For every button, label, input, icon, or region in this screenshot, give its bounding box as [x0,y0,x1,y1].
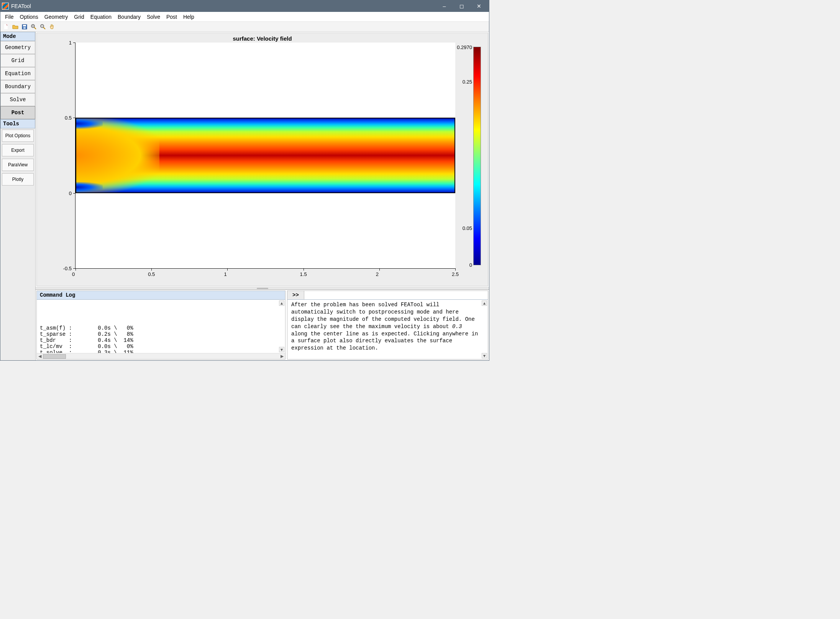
command-log-body[interactable]: ▲ ▼ t_asm(f) : 0.0s \ 0%t_sparse : 0.2s … [37,300,285,353]
mode-equation[interactable]: Equation [0,67,35,80]
menubar: File Options Geometry Grid Equation Boun… [0,12,489,22]
log-line: t_lc/mv : 0.0s \ 0% [40,343,282,350]
x-tick-label: 2 [376,271,379,277]
y-tick-label: -0.5 [63,266,72,271]
tool-paraview[interactable]: ParaView [2,159,34,171]
app-window: FEATool – ◻ ✕ File Options Geometry Grid… [0,0,489,361]
x-tick-label: 0.5 [148,271,155,277]
menu-solve[interactable]: Solve [144,13,163,21]
scroll-down-icon[interactable]: ▼ [482,353,487,358]
mode-solve[interactable]: Solve [0,93,35,106]
splitter-grip[interactable] [257,288,268,289]
y-tick: 1 [73,43,75,43]
tool-plotly[interactable]: Plotly [2,173,34,186]
x-tick: 1.5 [304,268,304,271]
maximize-button[interactable]: ◻ [453,0,470,12]
pan-icon[interactable] [48,23,56,31]
surface-plot[interactable] [75,118,455,193]
mode-grid[interactable]: Grid [0,54,35,67]
y-tick-label: 0 [69,190,72,196]
menu-grid[interactable]: Grid [71,13,87,21]
new-icon[interactable] [2,23,10,31]
x-tick: 2 [379,268,380,271]
x-tick-label: 0 [72,271,75,277]
log-line: t_solve : 0.3s \ 11% [40,350,282,353]
scroll-up-icon[interactable]: ▲ [482,300,487,306]
bottom-panes: Command Log ▲ ▼ t_asm(f) : 0.0s \ 0%t_sp… [36,289,489,360]
scroll-right-icon[interactable]: ▶ [279,354,285,359]
mode-post[interactable]: Post [0,106,35,119]
y-tick: 0 [73,193,75,194]
x-tick-label: 1 [224,271,226,277]
window-title: FEATool [11,3,436,9]
svg-rect-4 [23,27,26,29]
log-line: t_sparse : 0.2s \ 8% [40,331,282,337]
colorbar-tick: 0.05 [454,225,472,231]
toolbar [0,22,489,32]
y-tick: 0.5 [73,118,75,118]
x-tick-label: 2.5 [452,271,459,277]
console-text: After the problem has been solved FEAToo… [291,302,475,330]
command-log-pane: Command Log ▲ ▼ t_asm(f) : 0.0s \ 0%t_sp… [36,291,285,360]
tools-header: Tools [0,119,35,128]
menu-geometry[interactable]: Geometry [41,13,71,21]
x-tick: 0.5 [151,268,152,271]
titlebar: FEATool – ◻ ✕ [0,0,489,12]
command-log-hscroll[interactable]: ◀ ▶ [37,353,285,359]
mode-boundary[interactable]: Boundary [0,80,35,93]
close-button[interactable]: ✕ [470,0,487,12]
open-icon[interactable] [11,23,20,31]
colorbar[interactable]: 0.29700.250.050 [473,47,481,265]
x-tick-label: 1.5 [300,271,307,277]
command-log-header: Command Log [37,291,285,300]
plot-axes[interactable]: -0.500.5100.511.522.5 [75,43,455,269]
scroll-down-icon[interactable]: ▼ [279,347,284,352]
svg-line-10 [43,27,45,29]
menu-post[interactable]: Post [163,13,180,21]
mode-header: Mode [0,32,35,41]
main-area: Mode Geometry Grid Equation Boundary Sol… [0,32,489,360]
log-line: t_asm(f) : 0.0s \ 0% [40,325,282,331]
colorbar-tick: 0 [454,262,472,268]
menu-equation[interactable]: Equation [87,13,115,21]
tool-plot-options[interactable]: Plot Options [2,130,34,142]
colorbar-tick: 0.25 [454,79,472,84]
colorbar-tick: 0.2970 [454,44,472,50]
tool-export[interactable]: Export [2,144,34,156]
console-body[interactable]: ▲ ▼ After the problem has been solved FE… [287,300,488,359]
scroll-thumb[interactable] [43,354,66,359]
app-icon [2,3,9,10]
plot-title: surface: Velocity field [37,35,488,42]
sidebar: Mode Geometry Grid Equation Boundary Sol… [0,32,36,360]
y-tick-label: 0.5 [65,115,72,121]
menu-options[interactable]: Options [17,13,41,21]
svg-line-6 [34,27,36,29]
scroll-left-icon[interactable]: ◀ [37,354,43,359]
menu-help[interactable]: Help [180,13,197,21]
zoom-out-icon[interactable] [39,23,47,31]
minimize-button[interactable]: – [436,0,453,12]
x-tick: 0 [75,268,76,271]
console-prompt[interactable]: >> [287,291,304,300]
surface-inlet-corners [76,118,114,192]
save-icon[interactable] [20,23,29,31]
menu-boundary[interactable]: Boundary [115,13,144,21]
y-tick-label: 1 [69,40,72,46]
mode-geometry[interactable]: Geometry [0,41,35,54]
console-input[interactable] [304,291,488,300]
zoom-in-icon[interactable] [30,23,38,31]
console-text-italic: 0.3 [452,323,462,330]
plot-area[interactable]: surface: Velocity field -0.500.5100.511.… [36,33,488,286]
menu-file[interactable]: File [2,13,17,21]
x-tick: 1 [227,268,228,271]
log-line: t_bdr : 0.4s \ 14% [40,337,282,343]
svg-rect-3 [23,25,26,26]
console-pane: >> ▲ ▼ After the problem has been solved… [287,291,488,360]
scroll-up-icon[interactable]: ▲ [279,300,284,306]
console-text-2: along the center line as is expected. Cl… [291,331,478,351]
x-tick: 2.5 [455,268,456,271]
